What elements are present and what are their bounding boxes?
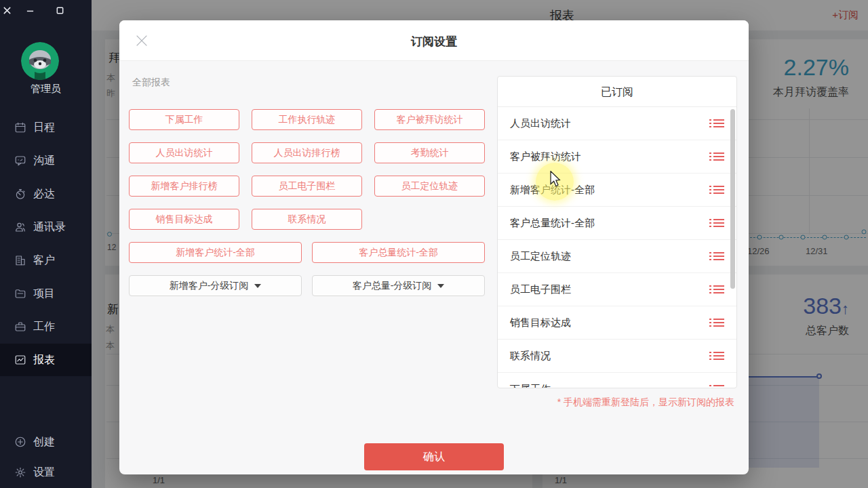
subscribed-item[interactable]: 客户总量统计-全部: [498, 207, 736, 240]
chat-icon: [14, 155, 26, 167]
sidebar-item-communication[interactable]: 沟通: [0, 144, 92, 177]
subscribed-item-label: 销售目标达成: [510, 317, 571, 329]
list-icon[interactable]: [709, 150, 724, 163]
subscribed-item-label: 员工电子围栏: [510, 283, 571, 296]
sidebar-item-label: 客户: [33, 253, 55, 268]
sidebar-item-settings[interactable]: 设置: [0, 456, 92, 488]
sidebar-item-reports[interactable]: 报表: [0, 344, 92, 376]
subscribed-item[interactable]: 销售目标达成: [498, 306, 736, 340]
sidebar-item-label: 工作: [33, 320, 55, 334]
sidebar-item-label: 创建: [33, 435, 55, 449]
report-button-wide[interactable]: 新增客户统计-全部: [129, 242, 302, 263]
report-button[interactable]: 员工定位轨迹: [374, 176, 485, 197]
subscribed-item-label: 客户总量统计-全部: [510, 217, 595, 230]
sidebar-item-schedule[interactable]: 日程: [0, 111, 92, 144]
subscribed-item-label: 下属工作: [510, 383, 551, 389]
sidebar-item-label: 日程: [33, 121, 55, 135]
report-button[interactable]: 员工电子围栏: [252, 176, 362, 197]
mobile-relogin-note: * 手机端需重新登陆后，显示新订阅的报表: [557, 396, 734, 409]
subscribed-item[interactable]: 下属工作: [498, 373, 736, 388]
subscribed-item[interactable]: 联系情况: [498, 340, 736, 373]
sidebar: 管理员 日程 沟通 必达 通讯录 客户 项目 工作 报表 创建 设置: [0, 0, 92, 488]
sidebar-item-contacts[interactable]: 通讯录: [0, 211, 92, 243]
subscribed-title: 已订阅: [498, 77, 736, 107]
dropdown-label: 客户总量-分级订阅: [353, 280, 432, 292]
report-button[interactable]: 客户被拜访统计: [374, 109, 485, 130]
all-reports-label: 全部报表: [132, 77, 170, 89]
scrollbar-thumb[interactable]: [730, 109, 735, 289]
subscribed-item-label: 联系情况: [510, 350, 551, 363]
report-button[interactable]: 人员出访排行榜: [252, 142, 362, 163]
subscribed-item-label: 客户被拜访统计: [510, 150, 581, 163]
subscribed-item[interactable]: 员工定位轨迹: [498, 240, 736, 273]
list-icon[interactable]: [709, 383, 724, 388]
subscription-settings-dialog: 订阅设置 全部报表 下属工作 工作执行轨迹 客户被拜访统计 人员出访统计 人员出…: [119, 20, 749, 474]
list-icon[interactable]: [709, 217, 724, 229]
window-maximize-button[interactable]: [53, 4, 66, 16]
sidebar-item-label: 通讯录: [33, 220, 66, 235]
subscribed-item[interactable]: 员工电子围栏: [498, 273, 736, 306]
report-icon: [14, 354, 26, 366]
report-button[interactable]: 考勤统计: [374, 142, 485, 163]
sidebar-item-bida[interactable]: 必达: [0, 178, 92, 210]
sidebar-item-projects[interactable]: 项目: [0, 277, 92, 310]
sidebar-item-label: 项目: [33, 287, 55, 301]
report-button[interactable]: 人员出访统计: [129, 142, 239, 163]
report-button[interactable]: 工作执行轨迹: [252, 109, 362, 130]
mouse-cursor: [548, 171, 563, 190]
avatar[interactable]: [21, 42, 59, 80]
list-icon[interactable]: [709, 184, 724, 196]
sidebar-item-label: 报表: [33, 353, 55, 367]
chevron-down-icon: [437, 284, 444, 288]
report-button[interactable]: 销售目标达成: [129, 209, 239, 230]
report-button[interactable]: 新增客户排行榜: [129, 176, 239, 197]
dialog-header: 订阅设置: [119, 20, 749, 61]
stopwatch-icon: [14, 188, 26, 200]
list-icon[interactable]: [709, 317, 724, 329]
dialog-title: 订阅设置: [119, 34, 749, 49]
sidebar-item-label: 必达: [33, 187, 55, 201]
list-icon[interactable]: [709, 117, 724, 129]
sidebar-item-label: 设置: [33, 466, 55, 480]
subscribed-panel: 已订阅 人员出访统计 客户被拜访统计 新增客户统计-全部 客户总量统计-全部 员…: [497, 76, 737, 388]
briefcase-icon: [14, 321, 26, 333]
contacts-icon: [14, 221, 26, 233]
sidebar-item-create[interactable]: 创建: [0, 426, 92, 458]
report-button[interactable]: 下属工作: [129, 109, 239, 130]
plus-circle-icon: [14, 436, 26, 448]
sidebar-item-work[interactable]: 工作: [0, 310, 92, 343]
confirm-button[interactable]: 确认: [364, 443, 504, 470]
subscribed-item-label: 员工定位轨迹: [510, 250, 571, 263]
subscribed-item-label: 人员出访统计: [510, 117, 571, 130]
subscribed-item[interactable]: 新增客户统计-全部: [498, 174, 736, 207]
list-icon[interactable]: [709, 250, 724, 262]
sidebar-item-label: 沟通: [33, 154, 55, 168]
sidebar-item-customers[interactable]: 客户: [0, 244, 92, 277]
calendar-icon: [14, 121, 26, 134]
projects-icon: [14, 287, 26, 300]
tiered-subscription-dropdown[interactable]: 新增客户-分级订阅: [129, 275, 302, 296]
window-minimize-button[interactable]: [23, 4, 37, 16]
user-name: 管理员: [0, 83, 92, 96]
list-icon[interactable]: [709, 283, 724, 296]
customers-icon: [14, 254, 26, 266]
subscribed-item[interactable]: 客户被拜访统计: [498, 140, 736, 174]
chevron-down-icon: [254, 284, 261, 288]
subscribed-item[interactable]: 人员出访统计: [498, 107, 736, 140]
list-icon[interactable]: [709, 350, 724, 362]
dropdown-label: 新增客户-分级订阅: [170, 280, 249, 292]
report-button[interactable]: 联系情况: [252, 209, 362, 230]
tiered-subscription-dropdown[interactable]: 客户总量-分级订阅: [312, 275, 485, 296]
window-close-button[interactable]: [0, 4, 14, 16]
report-button-wide[interactable]: 客户总量统计-全部: [312, 242, 485, 263]
gear-icon: [14, 466, 26, 479]
